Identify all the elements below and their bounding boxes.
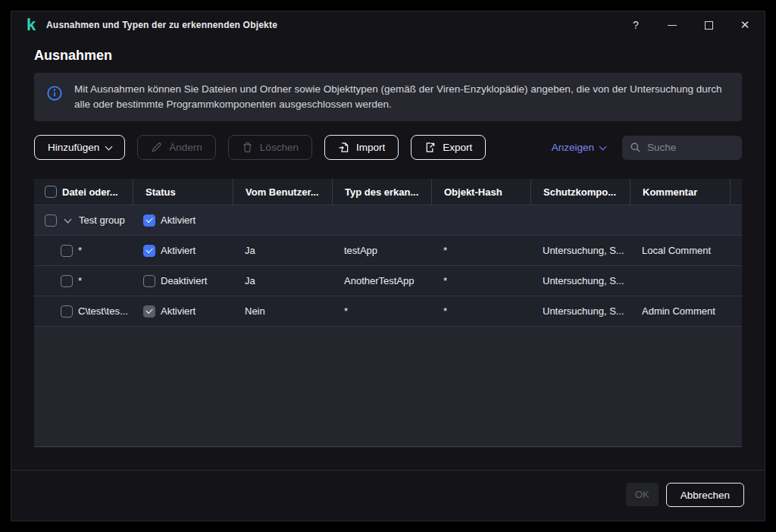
row-hash-value: * — [443, 275, 447, 286]
header-file: Datei oder... — [34, 179, 133, 205]
minimize-icon — [668, 25, 677, 26]
row-checkbox[interactable] — [61, 245, 73, 257]
show-dropdown-label: Anzeigen — [552, 142, 594, 153]
group-checkbox[interactable] — [45, 214, 57, 227]
row-type-cell: testApp — [332, 236, 431, 265]
row-status-label: Aktiviert — [161, 245, 196, 256]
header-filler — [730, 179, 743, 205]
header-user-label: Vom Benutzer... — [246, 186, 319, 198]
search-icon — [630, 142, 641, 153]
collapse-chevron-icon[interactable] — [64, 215, 72, 223]
header-status: Status — [133, 179, 233, 205]
row-user-value: Ja — [245, 275, 255, 286]
export-icon — [424, 142, 436, 153]
row-user-cell: Ja — [233, 236, 332, 265]
maximize-icon — [705, 21, 713, 30]
info-banner: Mit Ausnahmen können Sie Dateien und Ord… — [34, 73, 742, 121]
header-file-label: Datei oder... — [62, 186, 118, 198]
row-comment-value: Admin Comment — [642, 305, 715, 317]
group-name: Test group — [79, 214, 125, 226]
row-file-value: * — [78, 245, 82, 256]
titlebar: k Ausnahmen und Typen der zu erkennenden… — [11, 11, 765, 39]
export-button[interactable]: Export — [411, 135, 486, 160]
row-components-cell: Untersuchung, S... — [530, 266, 630, 296]
row-file-value: C\test\tes... — [78, 305, 128, 317]
search-box[interactable] — [622, 136, 742, 160]
import-icon — [338, 142, 349, 153]
add-button-label: Hinzufügen — [48, 142, 99, 153]
row-status-checkbox — [143, 305, 155, 318]
row-type-cell: AnotherTestApp — [332, 266, 431, 296]
header-components-label: Schutzkompo... — [543, 186, 616, 198]
search-input[interactable] — [647, 142, 734, 153]
row-status-cell: Deaktiviert — [133, 266, 233, 296]
ok-button: OK — [626, 483, 659, 506]
row-components-cell: Untersuchung, S... — [530, 236, 630, 265]
toolbar: Hinzufügen Ändern Löschen Import — [34, 135, 742, 160]
window-title: Ausnahmen und Typen der zu erkennenden O… — [46, 20, 277, 30]
row-hash-value: * — [443, 305, 447, 317]
show-dropdown[interactable]: Anzeigen — [552, 142, 605, 153]
close-icon: ✕ — [740, 18, 750, 32]
exclusions-table: Datei oder... Status Vom Benutzer... Typ… — [34, 179, 742, 447]
page-title: Ausnahmen — [34, 48, 742, 64]
info-banner-text: Mit Ausnahmen können Sie Dateien und Ord… — [74, 82, 730, 112]
row-file-cell: * — [34, 236, 133, 265]
row-components-cell: Untersuchung, S... — [530, 296, 630, 326]
footer: OK Abbrechen — [11, 470, 765, 521]
table-empty-area — [34, 326, 742, 446]
row-file-cell: C\test\tes... — [34, 296, 133, 326]
toolbar-right: Anzeigen — [552, 136, 742, 160]
cancel-button[interactable]: Abbrechen — [666, 483, 744, 507]
maximize-button[interactable] — [690, 11, 727, 39]
table-row[interactable]: C\test\tes... Aktiviert Nein * * Untersu… — [34, 296, 742, 326]
window-controls: ? ✕ — [618, 11, 763, 39]
group-status-cell: Aktiviert — [133, 205, 233, 235]
export-button-label: Export — [443, 142, 472, 153]
group-status-checkbox[interactable] — [143, 214, 155, 227]
row-file-cell: * — [34, 266, 133, 296]
select-all-checkbox[interactable] — [45, 186, 57, 198]
edit-button-label: Ändern — [169, 142, 202, 153]
kaspersky-logo-icon: k — [23, 17, 39, 33]
row-hash-value: * — [443, 245, 447, 256]
row-user-cell: Nein — [233, 296, 332, 326]
table-row[interactable]: * Aktiviert Ja testApp * Untersuchung, S… — [34, 235, 742, 265]
import-button[interactable]: Import — [324, 135, 399, 160]
minimize-button[interactable] — [654, 11, 690, 39]
header-hash: Objekt-Hash — [431, 179, 530, 205]
row-hash-cell: * — [431, 236, 530, 265]
row-checkbox[interactable] — [61, 275, 73, 287]
row-user-cell: Ja — [233, 266, 332, 296]
row-comment-value: Local Comment — [642, 245, 711, 256]
row-components-value: Untersuchung, S... — [543, 245, 624, 256]
row-type-value: testApp — [344, 245, 377, 256]
row-hash-cell: * — [431, 296, 530, 326]
row-type-value: * — [344, 305, 348, 317]
row-checkbox[interactable] — [61, 305, 73, 318]
row-status-label: Deaktiviert — [161, 275, 207, 286]
row-comment-cell — [630, 266, 730, 296]
row-user-value: Nein — [245, 305, 265, 317]
row-type-cell: * — [332, 296, 431, 326]
header-type-label: Typ des erkan... — [345, 186, 418, 198]
row-comment-cell: Local Comment — [630, 236, 730, 265]
header-type: Typ des erkan... — [332, 179, 431, 205]
row-status-label: Aktiviert — [161, 305, 196, 317]
info-icon — [46, 85, 63, 105]
header-status-label: Status — [146, 186, 176, 198]
row-comment-cell: Admin Comment — [630, 296, 730, 326]
chevron-down-icon — [105, 142, 113, 150]
row-user-value: Ja — [245, 245, 255, 256]
row-components-value: Untersuchung, S... — [543, 275, 624, 286]
delete-button-label: Löschen — [260, 142, 299, 153]
row-status-checkbox[interactable] — [143, 245, 155, 257]
close-button[interactable]: ✕ — [727, 11, 763, 39]
row-status-checkbox[interactable] — [143, 275, 155, 287]
help-button[interactable]: ? — [618, 11, 654, 39]
table-header: Datei oder... Status Vom Benutzer... Typ… — [34, 179, 742, 205]
import-button-label: Import — [356, 142, 385, 153]
table-group-row[interactable]: Test group Aktiviert — [34, 205, 742, 235]
table-row[interactable]: * Deaktiviert Ja AnotherTestApp * Unters… — [34, 265, 742, 296]
add-button[interactable]: Hinzufügen — [34, 135, 125, 160]
